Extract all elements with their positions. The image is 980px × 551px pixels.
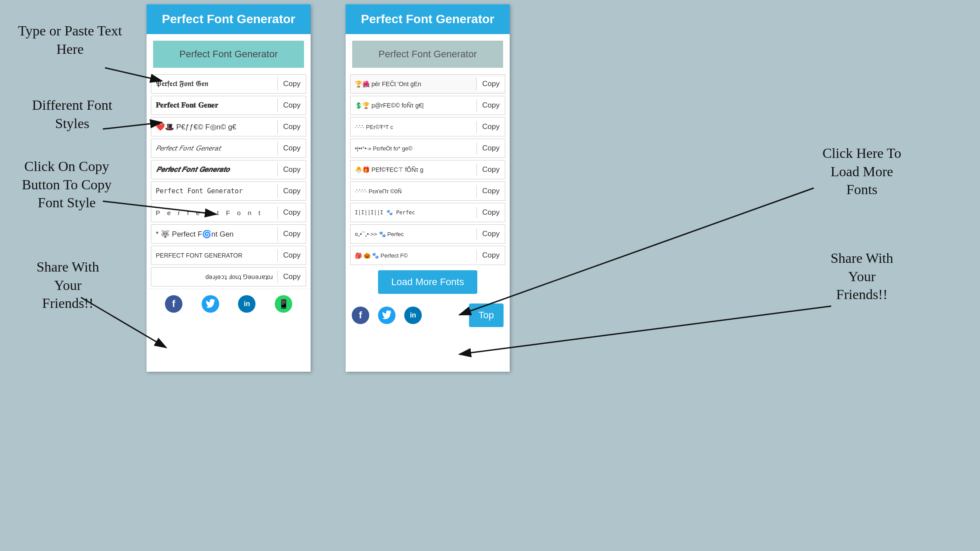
phone1-header: Perfect Font Generator bbox=[147, 4, 311, 34]
p2-font-text-1: 🏆🌺 pér FEČt 'Ont gEn bbox=[350, 78, 477, 90]
p2-copy-btn-5[interactable]: Copy bbox=[477, 163, 505, 177]
font-text-7: P e r f e c t F o n t bbox=[151, 206, 278, 219]
twitter-icon[interactable] bbox=[202, 295, 219, 313]
svg-line-4 bbox=[459, 188, 814, 315]
load-more-button[interactable]: Load More Fonts bbox=[378, 270, 477, 294]
p2-font-row-3: ·'·'·'· ΡEr©ŦᵃΤ c Copy bbox=[350, 117, 505, 136]
p2-font-row-5: 🐣🎁 PEf©ŦEC⊤ fÕÑτ g Copy bbox=[350, 160, 505, 179]
copy-btn-4[interactable]: Copy bbox=[278, 141, 306, 155]
phone2-title: Perfect Font Generator bbox=[361, 12, 494, 26]
p2-font-row-4: •|••°•·» PεrfeÖt fo* ge© Copy bbox=[350, 139, 505, 158]
p2-font-text-2: 💲🏆 p@rFE©© foÑτ g€| bbox=[350, 99, 477, 112]
top-label: Top bbox=[479, 310, 494, 321]
font-text-4: 𝘗𝘦𝘳𝘧𝘦𝘤𝘵 𝘍𝘰𝘯𝘵 𝘎𝘦𝘯𝘦𝘳𝘢𝘵 bbox=[151, 141, 278, 155]
p2-copy-btn-2[interactable]: Copy bbox=[477, 98, 505, 112]
p2-font-text-9: 🎒·🎃 🐾 Perfect F© bbox=[350, 250, 477, 262]
annotation-share-left: Share WithYourFriends!! bbox=[13, 258, 122, 313]
twitter-icon-2[interactable] bbox=[378, 307, 396, 324]
p2-copy-btn-3[interactable]: Copy bbox=[477, 120, 505, 134]
social-bar-1: f in 📱 bbox=[147, 289, 311, 319]
copy-btn-6[interactable]: Copy bbox=[278, 184, 306, 198]
font-text-6: 𝙿𝚎𝚛𝚏𝚎𝚌𝚝 𝙵𝚘𝚗𝚝 𝙶𝚎𝚗𝚎𝚛𝚊𝚝𝚘𝚛 bbox=[151, 185, 278, 198]
bottom-bar-2: f in Top bbox=[346, 299, 510, 331]
p2-font-text-8: ¤„•¯„•·>> 🐾 Perfec bbox=[350, 228, 477, 240]
phone1-title: Perfect Font Generator bbox=[162, 12, 295, 26]
p2-font-text-7: I|I||I||I 🐾 Perfec bbox=[350, 207, 477, 218]
text-input-2[interactable] bbox=[352, 41, 503, 68]
annotation-font-styles: Different FontStyles bbox=[13, 96, 131, 133]
text-input[interactable] bbox=[153, 41, 304, 68]
annotation-share-right: Share WithYourFriends!! bbox=[796, 249, 928, 304]
whatsapp-icon[interactable]: 📱 bbox=[275, 295, 292, 313]
font-row-5: 𝙋𝙚𝙧𝙛𝙚𝙘𝙩 𝙁𝙤𝙣𝙩 𝙂𝙚𝙣𝙚𝙧𝙖𝙩𝙤 Copy bbox=[151, 160, 306, 179]
copy-btn-5[interactable]: Copy bbox=[278, 163, 306, 177]
p2-copy-btn-1[interactable]: Copy bbox=[477, 77, 505, 91]
facebook-icon[interactable]: f bbox=[165, 295, 182, 313]
p2-font-text-3: ·'·'·'· ΡEr©ŦᵃΤ c bbox=[350, 121, 477, 133]
font-row-4: 𝘗𝘦𝘳𝘧𝘦𝘤𝘵 𝘍𝘰𝘯𝘵 𝘎𝘦𝘯𝘦𝘳𝘢𝘵 Copy bbox=[151, 139, 306, 158]
copy-btn-1[interactable]: Copy bbox=[278, 77, 306, 91]
font-text-5: 𝙋𝙚𝙧𝙛𝙚𝙘𝙩 𝙁𝙤𝙣𝙩 𝙂𝙚𝙣𝙚𝙧𝙖𝙩𝙤 bbox=[151, 163, 278, 177]
font-row-10: ɹoʇɐɹǝuǝ⅁ ʇuoℲ ʇɔǝɟɹǝd Copy bbox=[151, 267, 306, 286]
p2-font-text-6: ·'·'·'·'· Pεя'eΠτ ©0Ñ bbox=[350, 185, 477, 197]
p2-font-row-7: I|I||I||I 🐾 Perfec Copy bbox=[350, 203, 505, 222]
load-more-label: Load More Fonts bbox=[391, 276, 464, 287]
font-row-6: 𝙿𝚎𝚛𝚏𝚎𝚌𝚝 𝙵𝚘𝚗𝚝 𝙶𝚎𝚗𝚎𝚛𝚊𝚝𝚘𝚛 Copy bbox=[151, 181, 306, 201]
linkedin-icon[interactable]: in bbox=[238, 295, 256, 313]
p2-font-text-4: •|••°•·» PεrfeÖt fo* ge© bbox=[350, 143, 477, 154]
p2-copy-btn-8[interactable]: Copy bbox=[477, 227, 505, 241]
p2-copy-btn-7[interactable]: Copy bbox=[477, 206, 505, 220]
copy-btn-8[interactable]: Copy bbox=[278, 227, 306, 241]
annotation-copy: Click On CopyButton To CopyFont Style bbox=[4, 157, 129, 212]
svg-line-5 bbox=[459, 306, 831, 354]
font-row-9: PERFECT FONT GENERATOR Copy bbox=[151, 246, 306, 265]
font-row-8: * 🐺 Perfect F🌀nt Gen Copy bbox=[151, 224, 306, 244]
linkedin-icon-2[interactable]: in bbox=[404, 307, 422, 324]
font-row-2: 𝐏𝐞𝐫𝐟𝐞𝐜𝐭 𝐅𝐨𝐧𝐭 𝐆𝐞𝐧𝐞𝐫 Copy bbox=[151, 96, 306, 115]
p2-font-row-9: 🎒·🎃 🐾 Perfect F© Copy bbox=[350, 246, 505, 265]
annotation-type-text: Type or Paste TextHere bbox=[13, 22, 127, 58]
phone-1: Perfect Font Generator 𝔓𝔢𝔯𝔣𝔢𝔠𝔱 𝔉𝔬𝔫𝔱 𝔊𝔢𝔫 … bbox=[147, 4, 311, 372]
copy-btn-10[interactable]: Copy bbox=[278, 270, 306, 284]
phone2-header: Perfect Font Generator bbox=[346, 4, 510, 34]
copy-btn-7[interactable]: Copy bbox=[278, 206, 306, 220]
p2-font-row-6: ·'·'·'·'· Pεя'eΠτ ©0Ñ Copy bbox=[350, 181, 505, 201]
font-row-1: 𝔓𝔢𝔯𝔣𝔢𝔠𝔱 𝔉𝔬𝔫𝔱 𝔊𝔢𝔫 Copy bbox=[151, 74, 306, 94]
phone-2: Perfect Font Generator 🏆🌺 pér FEČt 'Ont … bbox=[346, 4, 510, 372]
p2-font-row-2: 💲🏆 p@rFE©© foÑτ g€| Copy bbox=[350, 96, 505, 115]
p2-copy-btn-4[interactable]: Copy bbox=[477, 141, 505, 155]
p2-font-text-5: 🐣🎁 PEf©ŦEC⊤ fÕÑτ g bbox=[350, 164, 477, 176]
p2-copy-btn-6[interactable]: Copy bbox=[477, 184, 505, 198]
font-text-3: ❤️🎩 P€ƒƒ€© F◎n© g€ bbox=[151, 120, 278, 134]
top-button[interactable]: Top bbox=[469, 303, 504, 327]
font-row-7: P e r f e c t F o n t Copy bbox=[151, 203, 306, 222]
font-row-3: ❤️🎩 P€ƒƒ€© F◎n© g€ Copy bbox=[151, 117, 306, 136]
font-text-8: * 🐺 Perfect F🌀nt Gen bbox=[151, 227, 278, 241]
font-text-1: 𝔓𝔢𝔯𝔣𝔢𝔠𝔱 𝔉𝔬𝔫𝔱 𝔊𝔢𝔫 bbox=[151, 77, 278, 91]
copy-btn-2[interactable]: Copy bbox=[278, 98, 306, 112]
p2-copy-btn-9[interactable]: Copy bbox=[477, 248, 505, 262]
copy-btn-3[interactable]: Copy bbox=[278, 120, 306, 134]
p2-font-row-1: 🏆🌺 pér FEČt 'Ont gEn Copy bbox=[350, 74, 505, 94]
font-text-10: ɹoʇɐɹǝuǝ⅁ ʇuoℲ ʇɔǝɟɹǝd bbox=[151, 271, 278, 283]
font-text-9: PERFECT FONT GENERATOR bbox=[151, 249, 278, 262]
annotation-load-more: Click Here ToLoad MoreFonts bbox=[796, 144, 928, 199]
copy-btn-9[interactable]: Copy bbox=[278, 248, 306, 262]
p2-font-row-8: ¤„•¯„•·>> 🐾 Perfec Copy bbox=[350, 224, 505, 244]
font-text-2: 𝐏𝐞𝐫𝐟𝐞𝐜𝐭 𝐅𝐨𝐧𝐭 𝐆𝐞𝐧𝐞𝐫 bbox=[151, 98, 278, 112]
facebook-icon-2[interactable]: f bbox=[352, 307, 369, 324]
